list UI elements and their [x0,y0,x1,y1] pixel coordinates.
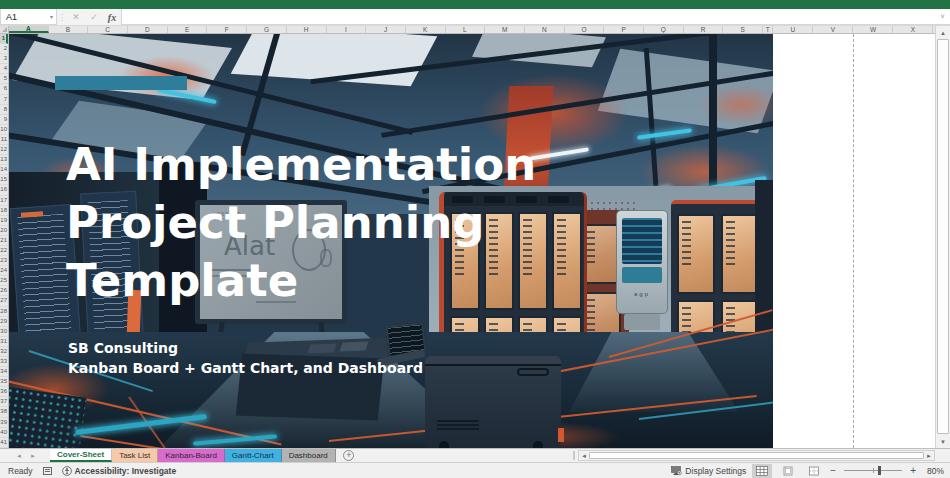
zoom-slider[interactable] [844,470,902,471]
sheet-tab-task-list[interactable]: Task List [112,449,158,462]
name-box-dropdown-icon[interactable]: ▾ [50,14,53,20]
row-header-20[interactable]: 20 [0,226,8,236]
row-header-9[interactable]: 9 [0,115,8,125]
column-header-V[interactable]: V [813,26,853,33]
column-header-C[interactable]: C [88,26,128,33]
column-header-N[interactable]: N [525,26,565,33]
vertical-scrollbar[interactable]: ▲ ▼ [935,26,950,448]
row-header-36[interactable]: 36 [0,387,8,397]
row-header-38[interactable]: 38 [0,407,8,417]
row-header-31[interactable]: 31 [0,337,8,347]
row-header-10[interactable]: 10 [0,125,8,135]
row-header-15[interactable]: 15 [0,175,8,185]
row-header-30[interactable]: 30 [0,327,8,337]
name-box[interactable]: A1 ▾ [0,9,57,25]
page-layout-view-button[interactable] [778,464,798,478]
row-header-41[interactable]: 41 [0,438,8,448]
column-header-L[interactable]: L [446,26,486,33]
add-sheet-button[interactable]: + [336,449,362,462]
row-header-14[interactable]: 14 [0,165,8,175]
row-header-22[interactable]: 22 [0,246,8,256]
insert-function-icon[interactable]: fx [103,9,121,25]
row-header-12[interactable]: 12 [0,145,8,155]
vertical-scrollbar-thumb[interactable] [937,39,949,434]
scroll-down-icon[interactable]: ▼ [936,435,950,448]
row-header-25[interactable]: 25 [0,276,8,286]
row-header-13[interactable]: 13 [0,155,8,165]
column-header-T[interactable]: T [763,26,773,33]
accessibility-status[interactable]: Accessibility: Investigate [62,466,177,476]
row-header-37[interactable]: 37 [0,397,8,407]
column-header-P[interactable]: P [604,26,644,33]
row-header-27[interactable]: 27 [0,296,8,306]
horizontal-scrollbar-thumb[interactable] [589,452,924,459]
column-header-R[interactable]: R [684,26,724,33]
horizontal-scrollbar[interactable]: ◄ ► [578,450,935,461]
zoom-level[interactable]: 80% [922,466,944,476]
column-header-G[interactable]: G [247,26,287,33]
row-header-34[interactable]: 34 [0,367,8,377]
row-header-18[interactable]: 18 [0,206,8,216]
scroll-right-icon[interactable]: ► [924,451,934,460]
column-header-B[interactable]: B [49,26,89,33]
sheet-tab-dashboard[interactable]: Dashboard [282,449,336,462]
row-header-1[interactable]: 1 [0,34,8,44]
row-header-6[interactable]: 6 [0,84,8,94]
row-header-2[interactable]: 2 [0,44,8,54]
row-header-33[interactable]: 33 [0,357,8,367]
enter-icon[interactable]: ✓ [85,9,103,25]
column-header-S[interactable]: S [723,26,763,33]
column-header-K[interactable]: K [406,26,446,33]
cancel-icon[interactable]: ✕ [67,9,85,25]
formula-input[interactable] [121,9,935,25]
macro-record-icon[interactable] [43,467,52,475]
column-header-D[interactable]: D [128,26,168,33]
tab-scroll-splitter[interactable] [573,451,575,460]
row-header-4[interactable]: 4 [0,64,8,74]
column-header-M[interactable]: M [485,26,525,33]
column-header-F[interactable]: F [207,26,247,33]
column-header-H[interactable]: H [287,26,327,33]
zoom-in-icon[interactable]: + [910,465,916,476]
scroll-left-icon[interactable]: ◄ [579,451,589,460]
column-header-E[interactable]: E [168,26,208,33]
display-settings-button[interactable]: Display Settings [671,466,746,476]
sheet-tab-kanban-board[interactable]: Kanban-Board [158,449,225,462]
zoom-slider-thumb[interactable] [878,466,881,475]
column-header-I[interactable]: I [327,26,367,33]
row-header-40[interactable]: 40 [0,428,8,438]
column-header-X[interactable]: X [893,26,933,33]
row-header-26[interactable]: 26 [0,286,8,296]
column-header-U[interactable]: U [773,26,813,33]
row-header-11[interactable]: 11 [0,135,8,145]
select-all-button[interactable] [0,26,9,33]
tab-nav-left-icon[interactable]: ◄ [12,449,26,462]
row-header-3[interactable]: 3 [0,54,8,64]
row-header-17[interactable]: 17 [0,196,8,206]
row-header-29[interactable]: 29 [0,317,8,327]
column-header-Q[interactable]: Q [644,26,684,33]
row-header-5[interactable]: 5 [0,74,8,84]
row-header-39[interactable]: 39 [0,418,8,428]
row-header-8[interactable]: 8 [0,105,8,115]
column-header-O[interactable]: O [565,26,605,33]
column-header-J[interactable]: J [366,26,406,33]
row-header-16[interactable]: 16 [0,185,8,195]
row-header-35[interactable]: 35 [0,377,8,387]
row-header-19[interactable]: 19 [0,216,8,226]
row-header-28[interactable]: 28 [0,307,8,317]
row-header-32[interactable]: 32 [0,347,8,357]
row-header-24[interactable]: 24 [0,266,8,276]
scroll-up-icon[interactable]: ▲ [936,26,950,39]
row-header-23[interactable]: 23 [0,256,8,266]
column-header-A[interactable]: A [9,26,49,33]
column-header-W[interactable]: W [853,26,893,33]
sheet-tab-cover-sheet[interactable]: Cover-Sheet [50,449,112,462]
row-header-7[interactable]: 7 [0,95,8,105]
zoom-out-icon[interactable]: − [830,465,836,476]
formula-bar-expand-icon[interactable]: ˅ [935,9,950,25]
sheet-tab-gantt-chart[interactable]: Gantt-Chart [225,449,282,462]
tab-nav-right-icon[interactable]: ► [26,449,40,462]
row-header-21[interactable]: 21 [0,236,8,246]
sheet-grid[interactable]: Alat AREPATT [0,34,950,448]
